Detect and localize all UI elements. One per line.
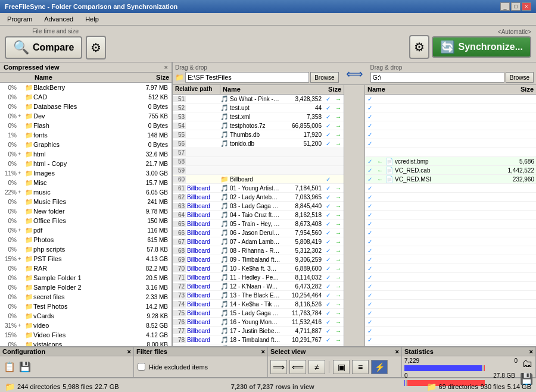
file-row-right[interactable]: ✓ — [365, 237, 536, 246]
file-row-left[interactable]: 70 Billboard 🎵 10 - Ke$ha ft. 3OH!3 - Bl… — [173, 264, 344, 273]
file-row-right[interactable]: ✓ ← 📄 vcredist.bmp 5,686 — [365, 157, 536, 166]
view-btn-2[interactable]: ⟸ — [289, 360, 306, 374]
tree-row[interactable]: 0% 📁 Flash 0 Bytes — [0, 121, 172, 130]
file-row-right[interactable]: ✓ — [365, 184, 536, 193]
file-row-right[interactable]: ✓ ← 📄 VC_RED.MSI 232,960 — [365, 175, 536, 184]
file-row-left[interactable]: 64 Billboard 🎵 04 - Taio Cruz ft. Ludacr… — [173, 211, 344, 219]
file-row-left[interactable]: 74 Billboard 🎵 14 - Ke$ha - Tik Tok.mp 8… — [173, 300, 344, 309]
file-row-right[interactable]: ✓ — [365, 219, 536, 228]
file-row-right[interactable]: ✓ — [365, 300, 536, 309]
file-row-left[interactable]: 61 Billboard 🎵 01 - Young Artists For Hi… — [173, 184, 344, 193]
tree-row[interactable]: 0% 📁 vCards 9.28 KB — [0, 311, 172, 321]
compare-button[interactable]: 🔍 Compare — [5, 36, 82, 59]
file-row-left[interactable]: 65 Billboard 🎵 05 - Train - Hey, Soul Si… — [173, 219, 344, 228]
file-row-left[interactable]: 68 Billboard 🎵 08 - Rihanna - Rude Boy, … — [173, 246, 344, 255]
file-row-left[interactable]: 69 Billboard 🎵 09 - Timbaland ft. Justin… — [173, 255, 344, 264]
file-row-left[interactable]: 59 — [173, 166, 344, 175]
file-row-right[interactable]: ✓ — [365, 112, 536, 121]
file-row-right[interactable]: ✓ — [365, 344, 536, 346]
tree-row[interactable]: 22% + 📁 music 6.05 GB — [0, 187, 172, 197]
browse-right-button[interactable]: Browse — [506, 72, 534, 83]
file-row-left[interactable]: 55 🎵 Thumbs.db 17,920 ✓ → — [173, 130, 344, 139]
tree-row[interactable]: 0% 📁 secret files 2.33 MB — [0, 292, 172, 302]
file-row-right[interactable]: ✓ — [365, 104, 536, 112]
tree-row[interactable]: 0% 📁 Music Files 241 MB — [0, 197, 172, 206]
file-row-left[interactable]: 52 🎵 test.upt 44 ✓ → — [173, 104, 344, 112]
view-btn-1[interactable]: ⟹ — [270, 360, 287, 374]
file-row-right[interactable]: ✓ — [365, 121, 536, 130]
file-row-right[interactable]: ✓ — [365, 228, 536, 237]
statistics-close[interactable]: × — [529, 348, 533, 355]
file-row-right[interactable] — [365, 148, 536, 157]
file-row-right[interactable]: ✓ — [365, 246, 536, 255]
file-row-left[interactable]: 77 Billboard 🎵 17 - Justin Bieber - U Sm… — [173, 327, 344, 335]
tree-row[interactable]: 0% 📁 RAR 82.2 MB — [0, 264, 172, 273]
tree-row[interactable]: 0% 📁 html - Copy 21.7 MB — [0, 159, 172, 168]
file-row-right[interactable]: ✓ — [365, 95, 536, 104]
tree-row[interactable]: 15% + 📁 PST Files 4.13 GB — [0, 254, 172, 264]
file-row-right[interactable]: ✓ — [365, 318, 536, 327]
file-row-left[interactable]: 79 Billboard 🎵 19 - Edward Maya ft. Alic… — [173, 344, 344, 346]
right-path-input[interactable] — [370, 72, 504, 83]
file-row-left[interactable]: 58 — [173, 157, 344, 166]
file-row-left[interactable]: 75 Billboard 🎵 15 - Lady Gaga - Bad Ro 1… — [173, 309, 344, 318]
tree-row[interactable]: 11% + 📁 Images 3.00 GB — [0, 168, 172, 178]
menu-advanced[interactable]: Advanced — [39, 14, 78, 24]
tree-row[interactable]: 0% + 📁 Dev 755 KB — [0, 111, 172, 121]
file-row-right[interactable]: ✓ — [365, 130, 536, 139]
tree-row[interactable]: 0% 📁 Sample Folder 1 20.5 MB — [0, 273, 172, 283]
file-row-right[interactable]: ✓ — [365, 273, 536, 282]
hide-excluded-checkbox[interactable] — [138, 363, 145, 371]
file-row-right[interactable]: ✓ — [365, 291, 536, 300]
tree-row[interactable]: 0% 📁 New folder 9.78 MB — [0, 206, 172, 216]
file-row-right[interactable]: ✓ — [365, 193, 536, 202]
file-list-left[interactable]: 51 🎵 So What - Pink - ( Officia 3,428,35… — [173, 95, 344, 346]
file-row-left[interactable]: 62 Billboard 🎵 02 - Lady Antebellum- Ne … — [173, 193, 344, 202]
filter-close[interactable]: × — [261, 348, 265, 355]
view-btn-4[interactable]: ▣ — [333, 360, 350, 374]
tree-area[interactable]: 0% 📁 BlackBerry 7.97 MB 0% 📁 CAD 512 KB … — [0, 83, 172, 346]
file-row-left[interactable]: 76 Billboard 🎵 16 - Young Money Ft Llo 1… — [173, 318, 344, 327]
close-button[interactable]: × — [522, 2, 531, 11]
tree-row[interactable]: 0% 📁 Graphics 0 Bytes — [0, 140, 172, 149]
view-btn-5[interactable]: ≡ — [352, 360, 369, 374]
synchronize-button[interactable]: 🔄 Synchronize... — [432, 36, 531, 58]
file-row-left[interactable]: 54 🎵 testphotos.7z 66,855,006 ✓ → — [173, 121, 344, 130]
tree-row[interactable]: 0% 📁 php scripts 57.8 KB — [0, 244, 172, 254]
tree-row[interactable]: 0% 📁 Misc 15.7 MB — [0, 178, 172, 187]
select-view-close[interactable]: × — [395, 348, 399, 355]
file-row-right[interactable]: ✓ ← 📄 VC_RED.cab 1,442,522 — [365, 166, 536, 175]
tree-row[interactable]: 0% 📁 Test Photos 14.2 MB — [0, 302, 172, 311]
tree-row[interactable]: 0% + 📁 html 32.6 MB — [0, 149, 172, 159]
sync-settings-button[interactable]: ⚙ — [409, 35, 429, 59]
tree-row[interactable]: 0% 📁 BlackBerry 7.97 MB — [0, 83, 172, 92]
tree-row[interactable]: 0% + 📁 pdf 116 MB — [0, 225, 172, 235]
file-row-left[interactable]: 60 📁 Billboard ✓ — [173, 175, 344, 184]
tree-row[interactable]: 15% 📁 Video Files 4.12 GB — [0, 330, 172, 340]
view-btn-3[interactable]: ≠ — [308, 360, 325, 374]
tree-row[interactable]: 0% 📁 Office Files 150 MB — [0, 216, 172, 225]
file-row-left[interactable]: 71 Billboard 🎵 11 - Hedley - Perfect.mp … — [173, 273, 344, 282]
file-row-right[interactable]: ✓ — [365, 335, 536, 344]
view-btn-6[interactable]: ⚡ — [371, 360, 388, 374]
file-row-right[interactable]: ✓ — [365, 264, 536, 273]
swap-paths-button[interactable]: ⟺ — [344, 67, 366, 81]
left-path-input[interactable] — [185, 72, 309, 83]
tree-row[interactable]: 31% + 📁 video 8.52 GB — [0, 321, 172, 330]
tree-row[interactable]: 0% 📁 CAD 512 KB — [0, 92, 172, 102]
file-row-right[interactable]: ✓ — [365, 202, 536, 211]
file-row-left[interactable]: 72 Billboard 🎵 12 - K'Naan - Wavin' Fla … — [173, 282, 344, 291]
menu-program[interactable]: Program — [2, 14, 37, 24]
file-row-right[interactable]: ✓ — [365, 255, 536, 264]
file-row-right[interactable]: ✓ — [365, 139, 536, 148]
menu-help[interactable]: Help — [80, 14, 104, 24]
config-close[interactable]: × — [127, 348, 131, 355]
file-list-right[interactable]: ✓ ✓ ✓ ✓ ✓ ✓ — [365, 95, 536, 346]
file-row-right[interactable]: ✓ — [365, 282, 536, 291]
file-row-right[interactable]: ✓ — [365, 327, 536, 335]
file-row-left[interactable]: 57 — [173, 148, 344, 157]
file-row-left[interactable]: 63 Billboard 🎵 03 - Lady Gaga Ft Beyon 8… — [173, 202, 344, 211]
compressed-view-close[interactable]: × — [164, 64, 168, 71]
minimize-button[interactable]: _ — [500, 2, 510, 11]
file-row-left[interactable]: 78 Billboard 🎵 18 - Timbaland ft. Katy P… — [173, 335, 344, 344]
